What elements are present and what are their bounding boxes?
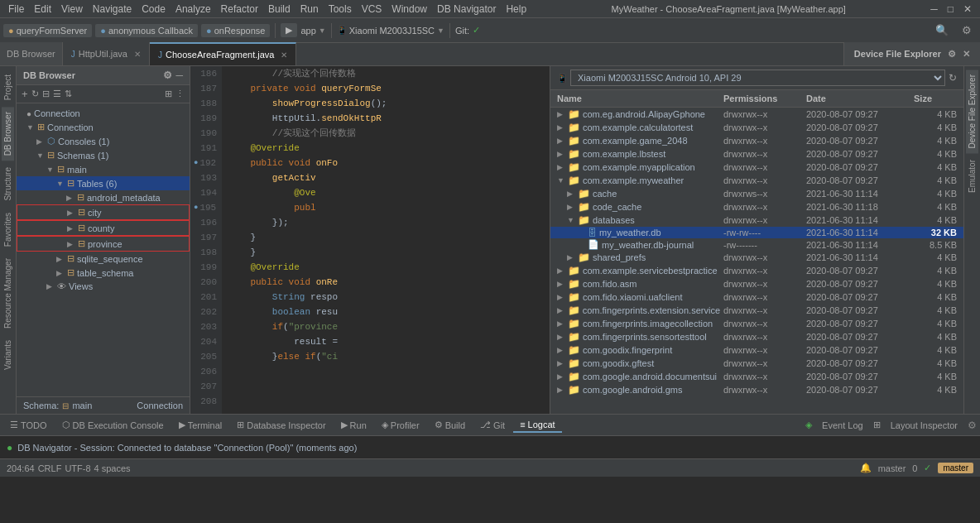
file-row[interactable]: ▶ 📁 com.goodix.gftest drwxrwx--x 2020-08… (550, 357, 963, 370)
bottom-tab-terminal[interactable]: ▶ Terminal (172, 418, 229, 432)
tree-tables[interactable]: ▼ ⊟ Tables (6) (17, 176, 190, 190)
city-arrow[interactable]: ▶ (67, 209, 75, 217)
db-collapse-icon[interactable]: ⊟ (42, 89, 50, 99)
toolbar-app-selector[interactable]: app ▼ (300, 26, 325, 36)
notifications-icon[interactable]: 🔔 (860, 463, 872, 473)
bottom-tab-git[interactable]: ⎇ Git (473, 418, 512, 432)
db-add-icon[interactable]: + (22, 88, 28, 100)
file-row-shared-prefs[interactable]: ▶ 📁 shared_prefs drwxrwx--x 2021-06-30 1… (550, 251, 963, 264)
sqlite-seq-arrow[interactable]: ▶ (56, 255, 65, 263)
right-vtab-emulator[interactable]: Emulator (966, 155, 978, 198)
row-expand-arrow[interactable]: ▶ (557, 333, 565, 341)
file-row[interactable]: ▶ 📁 com.google.android.gms drwxrwx--x 20… (550, 383, 963, 396)
province-arrow[interactable]: ▶ (67, 240, 75, 248)
toolbar-device-selector[interactable]: 📱 Xiaomi M2003J15SC ▼ (337, 26, 444, 36)
sync-icon[interactable]: ↻ (949, 72, 957, 84)
close-button[interactable]: ✕ (958, 3, 977, 15)
bottom-settings-icon[interactable]: ⚙ (968, 420, 977, 431)
row-expand-arrow[interactable]: ▶ (557, 306, 565, 314)
bottom-tab-layout-inspector[interactable]: Layout Inspector (884, 419, 964, 432)
settings-button[interactable]: ⚙ (957, 24, 977, 36)
file-row[interactable]: ▶ 📁 com.example.myapplication drwxrwx--x… (550, 161, 963, 174)
row-expand-arrow[interactable]: ▶ (557, 123, 565, 132)
file-row[interactable]: ▶ 📁 com.example.lbstest drwxrwx--x 2020-… (550, 147, 963, 161)
tree-table-schema[interactable]: ▶ ⊟ table_schema (17, 266, 190, 280)
menu-navigate[interactable]: Navigate (88, 2, 137, 17)
views-arrow[interactable]: ▶ (46, 282, 55, 290)
menu-refactor[interactable]: Refactor (216, 2, 263, 17)
left-vtab-dbbrowser[interactable]: DB Browser (2, 107, 14, 161)
right-vtab-device-file-explorer[interactable]: Device File Explorer (966, 70, 978, 153)
tree-sqlite-sequence[interactable]: ▶ ⊟ sqlite_sequence (17, 252, 190, 266)
file-row[interactable]: ▶ 📁 com.google.android.documentsui drwxr… (550, 370, 963, 383)
tree-county[interactable]: ▶ ⊟ county (17, 220, 190, 236)
file-row[interactable]: ▶ 📁 com.fido.asm drwxrwx--x 2020-08-07 0… (550, 277, 963, 290)
consoles-arrow[interactable]: ▶ (36, 137, 45, 146)
db-sort-icon[interactable]: ⇅ (65, 89, 72, 99)
db-refresh-icon[interactable]: ↻ (31, 89, 39, 99)
code-content[interactable]: //实现这个回传数格 private void queryFormSe show… (222, 66, 550, 414)
device-file-explorer-tab[interactable]: Device File Explorer ⚙ ✕ (843, 42, 980, 65)
file-row-myweather[interactable]: ▼ 📁 com.example.myweather drwxrwx--x 202… (550, 174, 963, 187)
menu-tools[interactable]: Tools (324, 2, 357, 17)
tab-chooseareafragment[interactable]: J ChooseAreaFragment.java ✕ (150, 42, 296, 65)
row-expand-arrow[interactable]: ▶ (557, 163, 565, 171)
tab-close-httputil[interactable]: ✕ (134, 50, 141, 59)
connection-btn[interactable]: Connection (137, 401, 183, 410)
row-expand-arrow[interactable]: ▶ (557, 150, 565, 158)
file-row-cache[interactable]: ▶ 📁 cache drwxrws--x 2021-06-30 11:14 4 … (550, 187, 963, 200)
menu-code[interactable]: Code (137, 2, 171, 17)
row-expand-arrow[interactable]: ▶ (557, 266, 565, 275)
bottom-tab-logcat[interactable]: ≡ Logcat (513, 418, 561, 433)
menu-window[interactable]: Window (387, 2, 432, 17)
toolbar-response[interactable]: ● onResponse (201, 24, 270, 37)
row-expand-arrow[interactable]: ▶ (557, 280, 565, 288)
file-row-fingerprints-ext[interactable]: ▶ 📁 com.fingerprints.extension.service d… (550, 304, 963, 317)
metadata-arrow[interactable]: ▶ (66, 194, 74, 202)
row-expand-arrow[interactable]: ▶ (567, 190, 575, 198)
tree-android-metadata[interactable]: ▶ ⊟ android_metadata (17, 190, 190, 204)
file-row[interactable]: ▶ 📁 com.fido.xiaomi.uafclient drwxrwx--x… (550, 290, 963, 304)
bottom-tab-db-execution[interactable]: ⬡ DB Execution Console (55, 418, 171, 432)
menu-run[interactable]: Run (295, 2, 324, 17)
maximize-button[interactable]: □ (943, 3, 958, 15)
device-explorer-settings[interactable]: ⚙ (948, 49, 956, 60)
schemas-arrow[interactable]: ▼ (36, 151, 45, 160)
row-expand-arrow[interactable]: ▶ (557, 137, 565, 145)
file-row[interactable]: ▶ 📁 com.example.servicebestpractice drwx… (550, 264, 963, 277)
main-schema-arrow[interactable]: ▼ (46, 166, 55, 174)
row-expand-arrow[interactable]: ▶ (557, 359, 565, 367)
row-expand-arrow[interactable]: ▶ (567, 203, 575, 211)
bottom-tab-event-log[interactable]: Event Log (815, 419, 870, 432)
row-expand-arrow[interactable]: ▼ (557, 176, 565, 185)
bottom-tab-build[interactable]: ⚙ Build (428, 418, 472, 432)
tree-main-schema[interactable]: ▼ ⊟ main (17, 162, 190, 176)
row-expand-arrow[interactable]: ▶ (557, 319, 565, 328)
toolbar-project[interactable]: ● queryFormServer (3, 24, 92, 37)
search-button[interactable]: 🔍 (930, 24, 954, 36)
menu-build[interactable]: Build (263, 2, 295, 17)
device-explorer-close[interactable]: ✕ (963, 49, 970, 60)
bottom-tab-db-inspector[interactable]: ⊞ Database Inspector (230, 418, 332, 432)
bottom-tab-todo[interactable]: ☰ TODO (3, 418, 54, 432)
file-row-databases[interactable]: ▼ 📁 databases drwxrwx--x 2021-06-30 11:1… (550, 214, 963, 227)
tree-connection[interactable]: ▼ ⊞ Connection (17, 120, 190, 134)
row-expand-arrow[interactable]: ▶ (557, 293, 565, 301)
minimize-button[interactable]: ─ (925, 3, 943, 15)
toolbar-callback[interactable]: ● anonymous Callback (95, 24, 198, 37)
tree-province[interactable]: ▶ ⊟ province (17, 236, 190, 252)
file-row[interactable]: ▶ 📁 com.goodix.fingerprint drwxrwx--x 20… (550, 343, 963, 357)
menu-analyze[interactable]: Analyze (171, 2, 216, 17)
file-row[interactable]: ▶ 📁 com.fingerprints.sensortesttool drwx… (550, 330, 963, 343)
tab-httputil[interactable]: J HttpUtil.java ✕ (63, 42, 150, 65)
tree-consoles[interactable]: ▶ ⬡ Consoles (1) (17, 134, 190, 148)
sidebar-icon-settings[interactable]: ⚙ (163, 70, 172, 81)
left-vtab-variants[interactable]: Variants (2, 335, 14, 375)
tree-schemas[interactable]: ▼ ⊟ Schemas (1) (17, 148, 190, 162)
connection-expand-arrow[interactable]: ▼ (26, 123, 35, 132)
left-vtab-structure[interactable]: Structure (2, 162, 14, 206)
county-arrow[interactable]: ▶ (67, 224, 75, 233)
left-vtab-resource[interactable]: Resource Manager (2, 253, 14, 333)
sidebar-icon-minimize[interactable]: ─ (175, 70, 183, 81)
menu-vcs[interactable]: VCS (357, 2, 387, 17)
